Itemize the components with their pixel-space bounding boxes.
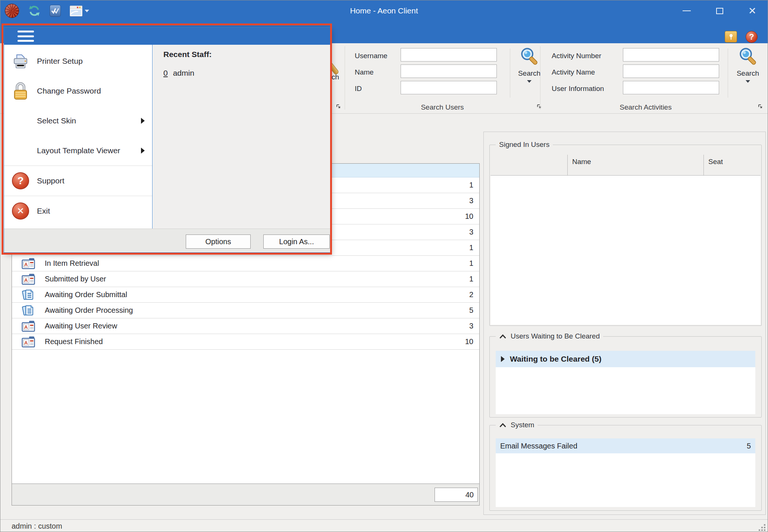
app-window: Home - Aeon Client ✕ ? Search Username N… — [0, 0, 768, 532]
column-header[interactable] — [490, 155, 567, 175]
submenu-arrow-icon — [141, 118, 145, 124]
group-separator — [540, 46, 540, 110]
menu-item-change-password[interactable]: Change Password — [4, 76, 152, 106]
request-icon — [22, 336, 35, 348]
system-title: System — [511, 421, 534, 429]
recent-staff-panel: Recent Staff: 0admin — [153, 45, 330, 229]
signed-in-users-header: Name Seat — [490, 155, 761, 176]
maximize-button[interactable] — [715, 6, 724, 16]
search-users-button[interactable]: Search — [512, 46, 546, 83]
signed-in-users-title: Signed In Users — [499, 141, 549, 149]
activity-name-label: Activity Name — [552, 68, 595, 76]
search-icon — [737, 46, 759, 68]
dialog-launcher-icon[interactable] — [758, 104, 764, 110]
printer-icon — [12, 52, 29, 70]
search-activities-button[interactable]: Search — [731, 46, 765, 83]
user-information-input[interactable] — [623, 81, 719, 94]
titlebar: Home - Aeon Client ✕ — [0, 0, 768, 21]
application-menu: Printer Setup Change Password Select Ski… — [4, 27, 330, 253]
users-waiting-group: Users Waiting to Be Cleared Waiting to b… — [489, 336, 762, 418]
menu-item-support[interactable]: ? Support — [4, 166, 152, 196]
username-input[interactable] — [401, 48, 497, 62]
window-title: Home - Aeon Client — [0, 0, 768, 21]
system-group: System Email Messages Failed 5 — [489, 425, 762, 511]
activity-number-input[interactable] — [623, 48, 719, 62]
dialog-launcher-icon[interactable] — [336, 104, 342, 110]
users-waiting-title: Users Waiting to Be Cleared — [511, 332, 600, 340]
total-count: 40 — [435, 488, 478, 502]
id-input[interactable] — [401, 81, 497, 94]
collapse-chevron-icon[interactable] — [499, 334, 507, 339]
system-body[interactable] — [496, 453, 755, 507]
support-icon: ? — [12, 172, 29, 189]
status-bar: admin : custom — [0, 519, 768, 532]
signed-in-users-body[interactable] — [490, 176, 761, 325]
id-label: ID — [355, 85, 362, 93]
request-icon — [22, 320, 35, 332]
search-activities-group-label: Search Activities — [540, 103, 751, 112]
status-user: admin : custom — [12, 522, 62, 531]
menu-item-list: Printer Setup Change Password Select Ski… — [4, 45, 153, 229]
activity-name-input[interactable] — [623, 64, 719, 78]
resize-grip[interactable] — [764, 529, 765, 531]
table-row[interactable]: In Item Retrieval 1 — [12, 256, 479, 271]
username-label: Username — [355, 52, 388, 60]
table-row[interactable]: Awaiting Order Processing 5 — [12, 303, 479, 318]
login-as-button[interactable]: Login As... — [263, 234, 330, 249]
activity-number-label: Activity Number — [552, 52, 601, 60]
help-icon[interactable]: ? — [746, 31, 758, 43]
name-label: Name — [355, 68, 374, 76]
hamburger-menu-icon[interactable] — [18, 31, 34, 42]
table-row[interactable]: Submitted by User 1 — [12, 271, 479, 287]
column-header-seat[interactable]: Seat — [703, 155, 761, 175]
collapse-chevron-icon[interactable] — [499, 423, 507, 428]
email-messages-failed-band[interactable]: Email Messages Failed 5 — [496, 438, 755, 453]
column-header-name[interactable]: Name — [567, 155, 703, 175]
chevron-down-icon — [527, 80, 532, 83]
order-icon — [22, 289, 35, 301]
pin-ribbon-icon[interactable] — [725, 31, 737, 43]
chevron-down-icon — [746, 80, 750, 83]
search-users-group-label: Search Users — [345, 103, 540, 112]
list-total-strip: 40 — [12, 484, 479, 505]
options-button[interactable]: Options — [186, 234, 251, 249]
table-row[interactable]: Request Finished 10 — [12, 334, 479, 350]
user-information-label: User Information — [552, 85, 604, 93]
menu-item-layout-template-viewer[interactable]: Layout Template Viewer — [4, 136, 152, 166]
recent-staff-entry[interactable]: 0admin — [163, 69, 330, 78]
table-row[interactable]: Awaiting Order Submittal 2 — [12, 287, 479, 303]
group-separator — [345, 46, 345, 110]
menu-item-exit[interactable]: ✕ Exit — [4, 196, 152, 226]
expand-arrow-icon — [501, 356, 505, 362]
close-button[interactable]: ✕ — [747, 6, 757, 16]
order-icon — [22, 304, 35, 317]
signed-in-users-group: Signed In Users Name Seat — [489, 145, 762, 326]
request-icon — [22, 273, 35, 285]
submenu-arrow-icon — [141, 148, 145, 154]
menu-footer: Options Login As... — [4, 229, 330, 252]
menu-item-select-skin[interactable]: Select Skin — [4, 106, 152, 136]
exit-icon: ✕ — [12, 202, 29, 220]
email-failed-count: 5 — [747, 442, 751, 450]
recent-staff-title: Recent Staff: — [163, 50, 330, 59]
search-icon — [518, 46, 540, 68]
request-icon — [22, 257, 35, 270]
waiting-list-body[interactable] — [496, 367, 755, 414]
minimize-button[interactable] — [682, 6, 692, 16]
name-input[interactable] — [401, 64, 497, 78]
waiting-to-be-cleared-band[interactable]: Waiting to be Cleared (5) — [496, 351, 755, 367]
lock-icon — [12, 82, 29, 100]
table-row[interactable]: Awaiting User Review 3 — [12, 318, 479, 334]
menu-item-printer-setup[interactable]: Printer Setup — [4, 46, 152, 76]
right-panel: Signed In Users Name Seat Users Waiting … — [483, 132, 766, 515]
